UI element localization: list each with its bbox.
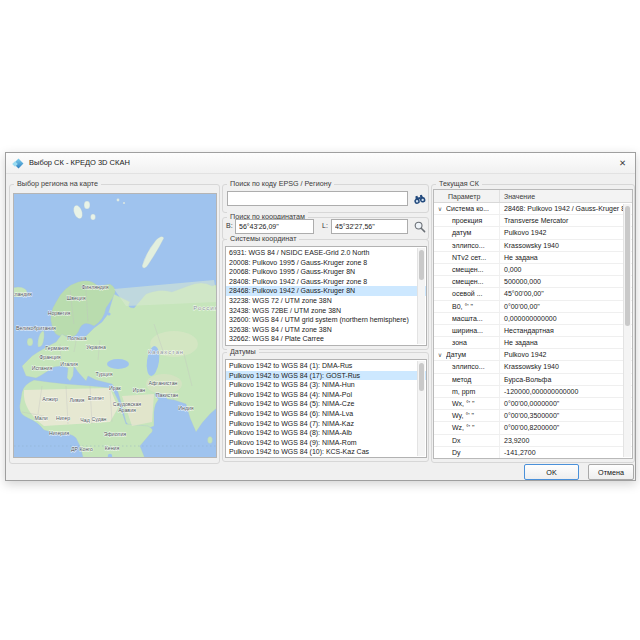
list-item[interactable]: 32438: WGS 72BE / UTM zone 38N bbox=[226, 306, 426, 316]
map-country-label: Норвегия bbox=[48, 310, 71, 316]
table-row[interactable]: смещен...0,000 bbox=[434, 264, 632, 276]
table-row[interactable]: методБурса-Вольфа bbox=[434, 374, 632, 386]
datum-list-scrollbar[interactable] bbox=[417, 361, 425, 456]
map-country-label: Иран bbox=[133, 387, 145, 393]
find-binoculars-icon[interactable] bbox=[412, 191, 427, 206]
chevron-spacer bbox=[434, 288, 446, 299]
map-country-label: Украина bbox=[86, 344, 106, 350]
chevron-spacer bbox=[434, 264, 446, 275]
value-cell: Бурса-Вольфа bbox=[500, 374, 632, 385]
map-country-label: Великобритания bbox=[16, 325, 56, 331]
value-cell: Krassowsky 1940 bbox=[500, 361, 632, 372]
table-row[interactable]: ширина...Нестандартная bbox=[434, 325, 632, 337]
value-cell: 0°00'00,00" bbox=[500, 301, 632, 312]
list-item[interactable]: 20068: Pulkovo 1995 / Gauss-Kruger 8N bbox=[226, 267, 426, 277]
chevron-spacer bbox=[434, 435, 446, 446]
app-logo-icon bbox=[13, 158, 24, 169]
table-row[interactable]: Dx23,9200 bbox=[434, 435, 632, 447]
epsg-search-label: Поиск по коду EPSG / Региону bbox=[227, 179, 334, 188]
value-cell: 500000,000 bbox=[500, 276, 632, 287]
param-cell: смещен... bbox=[446, 276, 500, 287]
param-cell: NTv2 сет... bbox=[446, 252, 500, 263]
value-cell: Не задана bbox=[500, 337, 632, 348]
table-row[interactable]: ∨Система ко...28468: Pulkovo 1942 / Gaus… bbox=[434, 203, 632, 215]
param-cell: масшта... bbox=[446, 313, 500, 324]
chevron-spacer bbox=[434, 447, 446, 458]
table-row[interactable]: проекцияTransverse Mercator bbox=[434, 215, 632, 227]
datums-list[interactable]: Pulkovo 1942 to WGS 84 (1): DMA-RusPulko… bbox=[225, 359, 427, 458]
list-item[interactable]: 32600: WGS 84 / UTM grid system (norther… bbox=[226, 315, 426, 325]
param-cell: B0, °' " bbox=[446, 301, 500, 312]
list-item[interactable]: 28408: Pulkovo 1942 / Gauss-Kruger zone … bbox=[226, 277, 426, 287]
list-item[interactable]: Pulkovo 1942 to WGS 84 (7): NIMA-Kaz bbox=[226, 419, 426, 429]
dialog-titlebar[interactable]: Выбор СК - КРЕДО 3D СКАН ✕ bbox=[6, 153, 635, 174]
table-row[interactable]: Wx, °' "0°00'00,0000000" bbox=[434, 398, 632, 410]
list-item[interactable]: Pulkovo 1942 to WGS 84 (1): DMA-Rus bbox=[226, 361, 426, 371]
param-cell: m, ppm bbox=[446, 386, 500, 397]
list-item[interactable]: 32638: WGS 84 / UTM zone 38N bbox=[226, 325, 426, 335]
epsg-search-input[interactable] bbox=[227, 191, 408, 206]
param-cell: зона bbox=[446, 337, 500, 348]
chevron-spacer bbox=[434, 301, 446, 312]
region-map[interactable]: ИсландияНорвегияШвецияФинляндияРоссияВел… bbox=[13, 193, 217, 458]
map-country-label: Пакистан bbox=[156, 392, 179, 398]
coordinate-systems-list[interactable]: 6931: WGS 84 / NSIDC EASE-Grid 2.0 North… bbox=[225, 246, 427, 346]
value-cell: 0,000 bbox=[500, 264, 632, 275]
map-country-label: Исландия bbox=[14, 291, 32, 297]
list-item[interactable]: Pulkovo 1942 to WGS 84 (17): GOST-Rus bbox=[226, 371, 426, 381]
list-item[interactable]: Pulkovo 1942 to WGS 84 (10): KCS-Kaz Cas bbox=[226, 447, 426, 457]
table-header: Параметр Значение bbox=[434, 190, 632, 203]
chevron-spacer bbox=[434, 227, 446, 238]
list-item[interactable]: Pulkovo 1942 to WGS 84 (4): NIMA-Pol bbox=[226, 390, 426, 400]
table-scrollbar[interactable] bbox=[623, 204, 631, 457]
value-cell: -141,2700 bbox=[500, 447, 632, 458]
search-magnifier-icon[interactable] bbox=[413, 220, 427, 234]
list-item[interactable]: Pulkovo 1942 to WGS 84 (3): NIMA-Hun bbox=[226, 380, 426, 390]
list-item[interactable]: 32662: WGS 84 / Plate Carree bbox=[226, 334, 426, 344]
list-item[interactable]: Pulkovo 1942 to WGS 84 (6): NIMA-Lva bbox=[226, 409, 426, 419]
table-row[interactable]: Wz, °' "0°00'00,8200000" bbox=[434, 422, 632, 434]
table-row[interactable]: эллипсо...Krassowsky 1940 bbox=[434, 361, 632, 373]
b-coordinate-label: B: bbox=[226, 222, 233, 229]
chevron-spacer bbox=[434, 276, 446, 287]
list-item[interactable]: 28468: Pulkovo 1942 / Gauss-Kruger 8N bbox=[226, 286, 426, 296]
list-item[interactable]: 32238: WGS 72 / UTM zone 38N bbox=[226, 296, 426, 306]
page-background: Выбор СК - КРЕДО 3D СКАН ✕ Выбор региона… bbox=[0, 0, 640, 640]
list-item[interactable]: Pulkovo 1942 to WGS 84 (5): NIMA-Cze bbox=[226, 399, 426, 409]
map-country-label: Казахстан bbox=[148, 349, 184, 355]
table-row[interactable]: NTv2 сет...Не задана bbox=[434, 252, 632, 264]
chevron-spacer bbox=[434, 361, 446, 372]
map-country-label: Алжир bbox=[42, 396, 58, 402]
cs-list-scrollbar[interactable] bbox=[417, 248, 425, 344]
list-item[interactable]: 6931: WGS 84 / NSIDC EASE-Grid 2.0 North bbox=[226, 248, 426, 258]
cancel-button[interactable]: Отмена bbox=[588, 464, 634, 480]
b-coordinate-input[interactable] bbox=[235, 219, 314, 234]
map-country-label: Ирак bbox=[109, 385, 121, 391]
table-row[interactable]: Dy-141,2700 bbox=[434, 447, 632, 459]
table-row[interactable]: ∨ДатумPulkovo 1942 bbox=[434, 349, 632, 361]
table-row[interactable]: смещен...500000,000 bbox=[434, 276, 632, 288]
table-row[interactable]: осевой ...45°00'00,00" bbox=[434, 288, 632, 300]
table-row[interactable]: B0, °' "0°00'00,00" bbox=[434, 301, 632, 313]
table-row[interactable]: масшта...0,000000000000 bbox=[434, 313, 632, 325]
table-row[interactable]: датумPulkovo 1942 bbox=[434, 227, 632, 239]
current-cs-table[interactable]: Параметр Значение ∨Система ко...28468: P… bbox=[433, 189, 633, 459]
chevron-spacer bbox=[434, 398, 446, 409]
list-item[interactable]: 20008: Pulkovo 1995 / Gauss-Kruger zone … bbox=[226, 258, 426, 268]
map-country-label: Франция bbox=[39, 354, 60, 360]
table-row[interactable]: m, ppm-120000,000000000000 bbox=[434, 386, 632, 398]
map-group-label: Выбор региона на карте bbox=[14, 179, 101, 188]
list-item[interactable]: Pulkovo 1942 to WGS 84 (8): NIMA-Alb bbox=[226, 428, 426, 438]
table-row[interactable]: зонаНе задана bbox=[434, 337, 632, 349]
l-coordinate-input[interactable] bbox=[331, 219, 408, 234]
expand-chevron-icon[interactable]: ∨ bbox=[434, 203, 446, 214]
list-item[interactable]: Pulkovo 1942 to WGS 84 (9): NIMA-Rom bbox=[226, 438, 426, 448]
table-body: ∨Система ко...28468: Pulkovo 1942 / Gaus… bbox=[434, 203, 632, 459]
ok-button[interactable]: OK bbox=[524, 464, 579, 480]
table-row[interactable]: эллипсо...Krassowsky 1940 bbox=[434, 240, 632, 252]
map-country-label: ДР Конго bbox=[71, 446, 93, 452]
close-icon[interactable]: ✕ bbox=[615, 156, 630, 171]
expand-chevron-icon[interactable]: ∨ bbox=[434, 349, 446, 360]
table-row[interactable]: Wy, °' "0°00'00,3500000" bbox=[434, 410, 632, 422]
map-country-label: Польша bbox=[67, 335, 86, 341]
